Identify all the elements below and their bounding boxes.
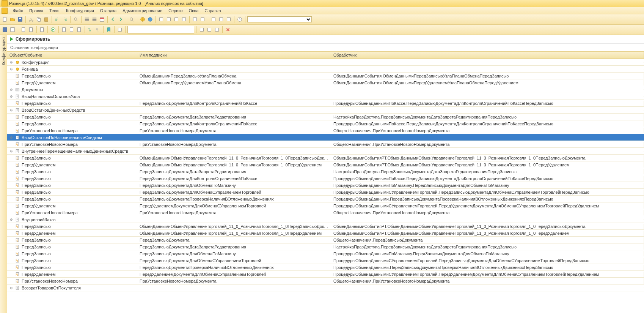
grid-body[interactable]: ⊖Конфигурация⊖РозницаПередЗаписьюОбменДа… bbox=[7, 59, 644, 313]
tb2-i[interactable] bbox=[116, 26, 123, 33]
table-row[interactable]: ПередЗаписьюПередЗаписьюДокументаДляОбме… bbox=[7, 189, 644, 196]
tb2-d[interactable] bbox=[28, 26, 35, 33]
table-row[interactable]: ПередЗаписьюПередЗаписьюДокументаОбщегоН… bbox=[7, 237, 644, 243]
menu-help[interactable]: Справка bbox=[201, 8, 224, 14]
calendar-icon[interactable] bbox=[99, 16, 105, 23]
tb2-j[interactable] bbox=[198, 26, 205, 33]
info-icon[interactable]: i bbox=[147, 16, 154, 23]
table-row[interactable]: ПередЗаписьюПередЗаписьюДокументаДляКонт… bbox=[7, 120, 644, 127]
table-row[interactable]: ПередЗаписьюПередЗаписьюДокументаДляКонт… bbox=[7, 175, 644, 182]
search-icon[interactable] bbox=[72, 16, 79, 23]
table-row[interactable]: ПередЗаписьюПередЗаписьюДокументаДляОбме… bbox=[7, 257, 644, 264]
undo-icon[interactable] bbox=[54, 16, 61, 23]
tb2-b[interactable] bbox=[9, 26, 16, 33]
tb2-k[interactable] bbox=[206, 26, 213, 33]
toolbar-search-input[interactable] bbox=[127, 26, 194, 33]
menu-file[interactable]: Файл bbox=[10, 8, 26, 14]
table-row[interactable]: ПриУстановкеНовогоНомераПриУстановкеНово… bbox=[7, 278, 644, 285]
menu-config[interactable]: Конфигурация bbox=[63, 8, 97, 14]
table-row[interactable]: ПередЗаписьюПередЗаписьюДокументаПроверк… bbox=[7, 264, 644, 271]
tree-toggle-icon[interactable]: ⊖ bbox=[9, 67, 13, 71]
table-row[interactable]: ⊕ВозвратТоваровОтПокупателя bbox=[7, 285, 644, 291]
comment-icon[interactable] bbox=[87, 26, 94, 33]
tree-toggle-icon[interactable]: ⊖ bbox=[9, 60, 13, 64]
tb2-g[interactable] bbox=[68, 26, 75, 33]
help-icon[interactable]: ? bbox=[139, 16, 146, 23]
open-icon[interactable] bbox=[9, 16, 16, 23]
table-row[interactable]: ПередУдалениемОбменДаннымиОбменУправлени… bbox=[7, 161, 644, 168]
side-tab-config[interactable]: Конфигурация bbox=[0, 35, 7, 313]
menu-edit[interactable]: Правка bbox=[26, 8, 46, 14]
tb-g[interactable] bbox=[210, 16, 217, 23]
table-row[interactable]: ПриУстановкеНовогоНомераПриУстановкеНово… bbox=[7, 141, 644, 148]
table-row[interactable]: ПередЗаписьюПередЗаписьюДокументаПроверк… bbox=[7, 196, 644, 202]
tree-toggle-icon[interactable]: ⊖ bbox=[9, 136, 13, 139]
form-button[interactable]: Сформировать bbox=[7, 35, 644, 44]
tb2-a[interactable] bbox=[2, 26, 8, 33]
copy-icon[interactable] bbox=[35, 16, 42, 23]
table-row[interactable]: ⊖ВнутреннееПеремещениеНаличныхДенежныхСр… bbox=[7, 148, 644, 155]
tb2-e[interactable] bbox=[39, 26, 46, 33]
menu-windows[interactable]: Окна bbox=[186, 8, 202, 14]
table-row[interactable]: ПриУстановкеНовогоНомераПриУстановкеНово… bbox=[7, 127, 644, 134]
tb-f[interactable] bbox=[199, 16, 206, 23]
menu-admin[interactable]: Администрирование bbox=[119, 8, 165, 14]
menu-debug[interactable]: Отладка bbox=[97, 8, 119, 14]
table-row[interactable]: ПередЗаписьюПередЗаписьюДокументаДляОбме… bbox=[7, 182, 644, 189]
tb2-f[interactable] bbox=[61, 26, 68, 33]
table-row[interactable]: ПередУдалениемПередУдалениемДокументаДля… bbox=[7, 271, 644, 278]
back-icon[interactable] bbox=[110, 16, 116, 23]
menu-text[interactable]: Текст bbox=[46, 8, 63, 14]
table-row[interactable]: ПередУдалениемОбменДаннымиОбменУправлени… bbox=[7, 230, 644, 237]
table-row[interactable]: ⊖Документы bbox=[7, 86, 644, 93]
tb-i[interactable] bbox=[225, 16, 232, 23]
bookmark-icon[interactable] bbox=[105, 26, 112, 33]
menubar[interactable]: Файл Правка Текст Конфигурация Отладка А… bbox=[0, 7, 644, 14]
redo-icon[interactable] bbox=[61, 16, 68, 23]
tree-toggle-icon[interactable]: ⊖ bbox=[9, 218, 13, 221]
zoom-icon[interactable] bbox=[128, 16, 135, 23]
table-row[interactable]: ПередЗаписьюПередЗаписьюДокументаДатаЗап… bbox=[7, 243, 644, 250]
table-row[interactable]: ПередУдалениемПередУдалениемДокументаДля… bbox=[7, 202, 644, 209]
tb-b[interactable] bbox=[165, 16, 172, 23]
col-handler[interactable]: Обработчик bbox=[331, 52, 644, 58]
table-row[interactable]: ⊖Розница bbox=[7, 66, 644, 73]
tree-toggle-icon[interactable]: ⊖ bbox=[9, 95, 13, 98]
table-row[interactable]: ⊖Конфигурация bbox=[7, 59, 644, 66]
table-row[interactable]: ⊖ВводНачальныхОстатковУзла bbox=[7, 93, 644, 100]
table-row[interactable]: ⊖ВнутреннийЗаказ bbox=[7, 216, 644, 223]
table-row[interactable]: ⊖ВводОстатковПоНакопительнымСкидкам bbox=[7, 134, 644, 141]
table-row[interactable]: ПриУстановкеНовогоНомераПриУстановкеНово… bbox=[7, 209, 644, 216]
tb2-l[interactable] bbox=[214, 26, 220, 33]
table-row[interactable]: ПередЗаписьюПередЗаписьюДокументаДляОбме… bbox=[7, 250, 644, 257]
tb-a[interactable] bbox=[158, 16, 165, 23]
close-x-icon[interactable] bbox=[225, 26, 231, 33]
table-row[interactable]: ПередЗаписьюОбменДаннымиОбменУправлениеТ… bbox=[7, 223, 644, 230]
table-row[interactable]: ПередЗаписьюОбменДаннымиОбменУправлениеТ… bbox=[7, 155, 644, 161]
table-row[interactable]: ⊖ВводОстатковДенежныхСредств bbox=[7, 107, 644, 114]
list2-icon[interactable] bbox=[91, 16, 98, 23]
table-row[interactable]: ПередЗаписьюПередЗаписьюДокументаДатаЗап… bbox=[7, 168, 644, 175]
menu-service[interactable]: Сервис bbox=[165, 8, 186, 14]
paste-icon[interactable] bbox=[43, 16, 50, 23]
clock-icon[interactable] bbox=[236, 16, 243, 23]
cut-icon[interactable] bbox=[28, 16, 35, 23]
tb2-h[interactable] bbox=[76, 26, 83, 33]
tree-toggle-icon[interactable]: ⊖ bbox=[9, 108, 13, 112]
fwd-icon[interactable] bbox=[117, 16, 124, 23]
save-icon[interactable] bbox=[17, 16, 24, 23]
table-row[interactable]: ПередЗаписьюПередЗаписьюДокументаДляКонт… bbox=[7, 100, 644, 107]
tb-d[interactable] bbox=[181, 16, 187, 23]
tb-h[interactable] bbox=[218, 16, 225, 23]
tree-toggle-icon[interactable]: ⊖ bbox=[9, 149, 13, 153]
uncomment-icon[interactable] bbox=[94, 26, 101, 33]
tb-e[interactable] bbox=[192, 16, 198, 23]
tb-c[interactable] bbox=[173, 16, 180, 23]
table-row[interactable]: ПередЗаписьюОбменДаннымиПередЗаписьюУзла… bbox=[7, 73, 644, 79]
col-object-event[interactable]: Объект/Событие bbox=[7, 52, 137, 58]
tree-toggle-icon[interactable]: ⊕ bbox=[9, 286, 13, 290]
col-subscription-name[interactable]: Имя подписки bbox=[137, 52, 331, 58]
table-row[interactable]: ПередУдалениемОбменДаннымиПередУдалением… bbox=[7, 79, 644, 86]
tb2-c[interactable] bbox=[20, 26, 27, 33]
table-row[interactable]: ПередЗаписьюПередЗаписьюДокументаДатаЗап… bbox=[7, 114, 644, 120]
